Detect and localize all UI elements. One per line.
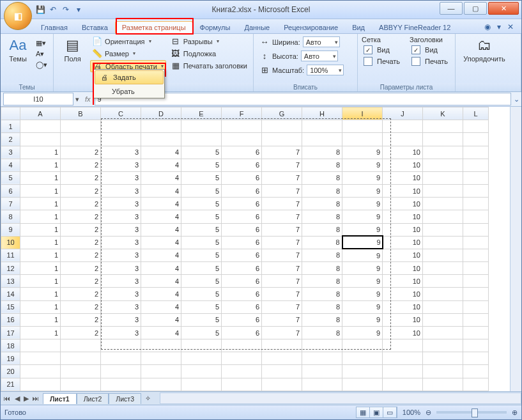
cell-B15[interactable]: 2 (61, 300, 101, 313)
cell-I2[interactable] (342, 133, 383, 146)
row-header-18[interactable]: 18 (1, 339, 20, 352)
col-header-C[interactable]: C (101, 107, 141, 120)
cell-J11[interactable]: 10 (383, 249, 423, 261)
cell-E12[interactable]: 5 (181, 262, 222, 275)
cell-A11[interactable]: 1 (20, 249, 61, 261)
col-header-J[interactable]: J (383, 107, 423, 120)
cell-A21[interactable] (20, 378, 61, 391)
headings-print-check[interactable]: Печать (410, 56, 450, 66)
view-normal-icon[interactable]: ▦ (357, 407, 370, 417)
cell-J2[interactable] (383, 133, 423, 146)
cell-D20[interactable] (141, 365, 181, 378)
cell-C15[interactable]: 3 (101, 300, 141, 313)
cell-H19[interactable] (302, 352, 342, 365)
cell-B11[interactable]: 2 (61, 249, 101, 261)
cell-K4[interactable] (423, 159, 463, 171)
cell-E21[interactable] (181, 378, 222, 391)
cell-A15[interactable]: 1 (20, 300, 61, 313)
cell-I15[interactable]: 9 (342, 300, 383, 313)
cell-H6[interactable]: 8 (302, 185, 342, 198)
cell-E5[interactable]: 5 (181, 171, 222, 184)
cell-G20[interactable] (262, 365, 302, 378)
cell-B12[interactable]: 2 (61, 262, 101, 275)
cell-D13[interactable]: 4 (141, 275, 181, 288)
row-header-4[interactable]: 4 (1, 159, 20, 171)
cell-B13[interactable]: 2 (61, 275, 101, 288)
cell-J18[interactable] (383, 339, 423, 352)
theme-colors-icon[interactable]: ▦▾ (34, 38, 49, 48)
cell-D18[interactable] (141, 339, 181, 352)
doc-close-icon[interactable]: ✕ (507, 22, 514, 31)
cell-I14[interactable]: 9 (342, 288, 383, 300)
col-header-F[interactable]: F (222, 107, 262, 120)
cell-E6[interactable]: 5 (181, 185, 222, 198)
col-header-K[interactable]: K (423, 107, 463, 120)
row-header-11[interactable]: 11 (1, 249, 20, 261)
cell-G8[interactable]: 7 (262, 210, 302, 223)
cell-E16[interactable]: 5 (181, 313, 222, 326)
cell-C4[interactable]: 3 (101, 159, 141, 171)
arrange-button[interactable]: 🗂 Упорядочить (459, 36, 509, 64)
cell-H9[interactable]: 8 (302, 223, 342, 236)
cell-H7[interactable]: 8 (302, 198, 342, 210)
cell-C18[interactable] (101, 339, 141, 352)
row-header-15[interactable]: 15 (1, 300, 20, 313)
cell-G18[interactable] (262, 339, 302, 352)
cell-G5[interactable]: 7 (262, 171, 302, 184)
cell-H21[interactable] (302, 378, 342, 391)
cell-E9[interactable]: 5 (181, 223, 222, 236)
width-control[interactable]: ↔Ширина: Авто (257, 36, 346, 48)
cell-G10[interactable]: 7 (262, 236, 302, 249)
row-header-6[interactable]: 6 (1, 185, 20, 198)
sheet-tab-2[interactable]: Лист2 (77, 393, 109, 404)
cell-E19[interactable] (181, 352, 222, 365)
cell-I19[interactable] (342, 352, 383, 365)
cell-B19[interactable] (61, 352, 101, 365)
cell-G1[interactable] (262, 120, 302, 133)
cell-K19[interactable] (423, 352, 463, 365)
margins-button[interactable]: ▤ Поля (58, 36, 88, 64)
view-layout-icon[interactable]: ▣ (370, 407, 383, 417)
cell-L20[interactable] (463, 365, 489, 378)
cell-L6[interactable] (463, 185, 489, 198)
cell-J8[interactable]: 10 (383, 210, 423, 223)
name-box-dropdown[interactable]: ▾ (73, 95, 81, 104)
cell-G17[interactable]: 7 (262, 326, 302, 339)
cell-F9[interactable]: 6 (222, 223, 262, 236)
cell-L2[interactable] (463, 133, 489, 146)
col-header-B[interactable]: B (61, 107, 101, 120)
cell-I1[interactable] (342, 120, 383, 133)
cell-D12[interactable]: 4 (141, 262, 181, 275)
cell-I4[interactable]: 9 (342, 159, 383, 171)
cell-L5[interactable] (463, 171, 489, 184)
help-icon[interactable]: ◉ (484, 22, 491, 31)
vertical-scrollbar[interactable] (510, 107, 521, 391)
cell-H1[interactable] (302, 120, 342, 133)
cell-G14[interactable]: 7 (262, 288, 302, 300)
cell-F14[interactable]: 6 (222, 288, 262, 300)
cell-C11[interactable]: 3 (101, 249, 141, 261)
tab-page-layout[interactable]: Разметка страницы (115, 21, 193, 33)
cell-E10[interactable]: 5 (181, 236, 222, 249)
cell-I16[interactable]: 9 (342, 313, 383, 326)
background-button[interactable]: 🖼Подложка (169, 48, 249, 59)
cell-K6[interactable] (423, 185, 463, 198)
cell-A9[interactable]: 1 (20, 223, 61, 236)
cell-I20[interactable] (342, 365, 383, 378)
cell-B3[interactable]: 2 (61, 146, 101, 159)
cell-B6[interactable]: 2 (61, 185, 101, 198)
cell-A3[interactable]: 1 (20, 146, 61, 159)
row-header-14[interactable]: 14 (1, 288, 20, 300)
cell-C1[interactable] (101, 120, 141, 133)
cell-D14[interactable]: 4 (141, 288, 181, 300)
cell-F18[interactable] (222, 339, 262, 352)
cell-E4[interactable]: 5 (181, 159, 222, 171)
cell-G16[interactable]: 7 (262, 313, 302, 326)
cell-E1[interactable] (181, 120, 222, 133)
cell-B8[interactable]: 2 (61, 210, 101, 223)
cell-F16[interactable]: 6 (222, 313, 262, 326)
row-header-17[interactable]: 17 (1, 326, 20, 339)
cell-C19[interactable] (101, 352, 141, 365)
cell-H18[interactable] (302, 339, 342, 352)
select-all-corner[interactable] (1, 107, 20, 120)
